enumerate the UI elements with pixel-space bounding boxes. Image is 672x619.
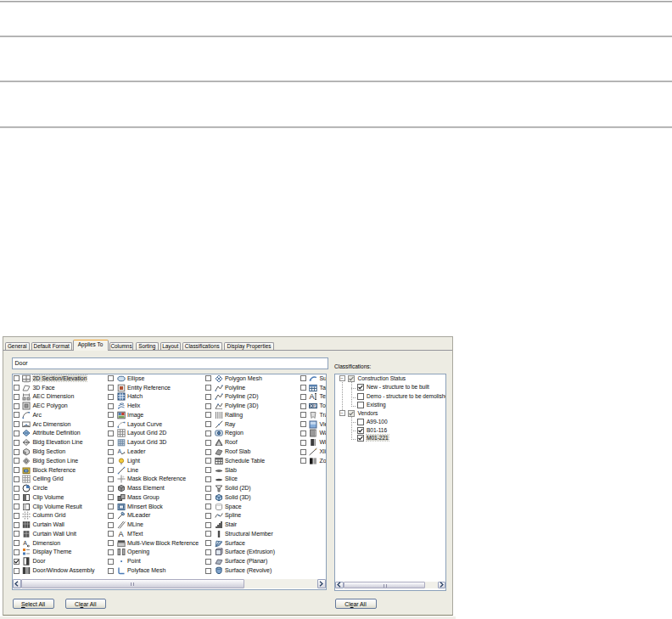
svg-text:A: A [23, 540, 27, 546]
svg-text:6: 6 [314, 403, 316, 408]
svg-text:A: A [117, 448, 121, 454]
svg-text:A: A [309, 392, 314, 401]
svg-text:A: A [118, 530, 123, 538]
